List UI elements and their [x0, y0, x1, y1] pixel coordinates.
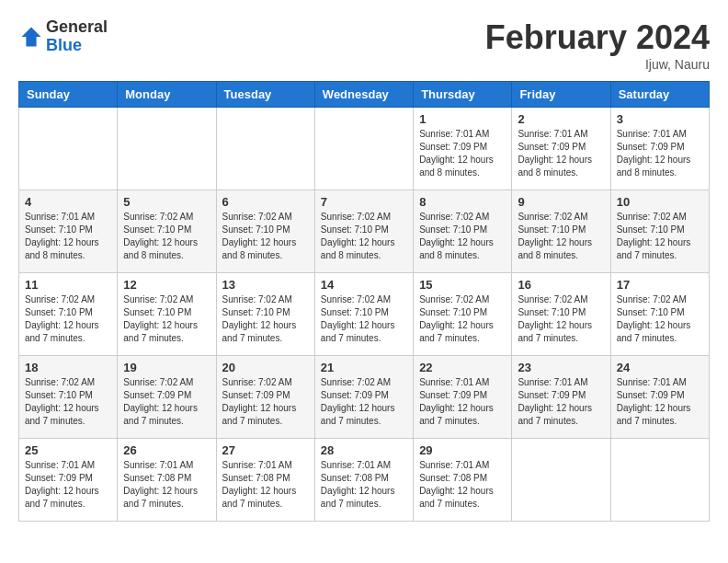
title-area: February 2024 Ijuw, Nauru: [485, 18, 710, 72]
calendar-cell: 7Sunrise: 7:02 AM Sunset: 7:10 PM Daylig…: [314, 190, 413, 273]
day-info: Sunrise: 7:02 AM Sunset: 7:10 PM Dayligh…: [617, 293, 703, 345]
calendar-cell: 23Sunrise: 7:01 AM Sunset: 7:09 PM Dayli…: [512, 356, 610, 439]
location: Ijuw, Nauru: [485, 57, 710, 72]
logo: General Blue: [18, 18, 108, 55]
day-info: Sunrise: 7:01 AM Sunset: 7:09 PM Dayligh…: [25, 459, 111, 511]
day-info: Sunrise: 7:02 AM Sunset: 7:10 PM Dayligh…: [222, 211, 309, 262]
day-number: 5: [123, 195, 210, 209]
day-info: Sunrise: 7:01 AM Sunset: 7:08 PM Dayligh…: [123, 459, 210, 511]
page-header: General Blue February 2024 Ijuw, Nauru: [18, 18, 710, 72]
day-info: Sunrise: 7:02 AM Sunset: 7:10 PM Dayligh…: [321, 293, 407, 345]
weekday-header-sunday: Sunday: [19, 82, 118, 108]
day-info: Sunrise: 7:02 AM Sunset: 7:09 PM Dayligh…: [123, 376, 210, 428]
day-info: Sunrise: 7:02 AM Sunset: 7:09 PM Dayligh…: [222, 376, 309, 428]
calendar-cell: 20Sunrise: 7:02 AM Sunset: 7:09 PM Dayli…: [216, 356, 314, 439]
weekday-header-row: SundayMondayTuesdayWednesdayThursdayFrid…: [19, 82, 710, 108]
day-number: 9: [518, 195, 604, 209]
day-info: Sunrise: 7:01 AM Sunset: 7:09 PM Dayligh…: [518, 128, 604, 179]
day-info: Sunrise: 7:02 AM Sunset: 7:10 PM Dayligh…: [419, 293, 506, 345]
day-info: Sunrise: 7:02 AM Sunset: 7:09 PM Dayligh…: [321, 376, 407, 428]
day-info: Sunrise: 7:01 AM Sunset: 7:08 PM Dayligh…: [419, 459, 506, 511]
day-number: 27: [222, 443, 309, 457]
calendar-cell: 19Sunrise: 7:02 AM Sunset: 7:09 PM Dayli…: [118, 356, 216, 439]
calendar-cell: 26Sunrise: 7:01 AM Sunset: 7:08 PM Dayli…: [118, 439, 216, 522]
day-info: Sunrise: 7:02 AM Sunset: 7:10 PM Dayligh…: [222, 293, 309, 345]
calendar-cell: 22Sunrise: 7:01 AM Sunset: 7:09 PM Dayli…: [414, 356, 512, 439]
day-number: 10: [617, 195, 703, 209]
calendar-cell: [314, 108, 413, 190]
calendar-week-row: 4Sunrise: 7:01 AM Sunset: 7:10 PM Daylig…: [19, 190, 710, 273]
calendar-cell: 25Sunrise: 7:01 AM Sunset: 7:09 PM Dayli…: [19, 439, 118, 522]
calendar-week-row: 11Sunrise: 7:02 AM Sunset: 7:10 PM Dayli…: [19, 273, 710, 356]
day-info: Sunrise: 7:02 AM Sunset: 7:10 PM Dayligh…: [518, 211, 604, 262]
day-info: Sunrise: 7:01 AM Sunset: 7:08 PM Dayligh…: [222, 459, 309, 511]
calendar-table: SundayMondayTuesdayWednesdayThursdayFrid…: [18, 81, 710, 522]
calendar-cell: [610, 439, 709, 522]
day-number: 18: [25, 361, 111, 374]
calendar-cell: 3Sunrise: 7:01 AM Sunset: 7:09 PM Daylig…: [610, 108, 709, 190]
day-number: 2: [518, 112, 604, 126]
day-info: Sunrise: 7:02 AM Sunset: 7:10 PM Dayligh…: [419, 211, 506, 262]
day-number: 19: [123, 361, 210, 374]
day-info: Sunrise: 7:02 AM Sunset: 7:10 PM Dayligh…: [25, 293, 111, 345]
day-number: 12: [123, 278, 210, 292]
calendar-cell: [19, 108, 118, 190]
day-number: 7: [321, 195, 407, 209]
calendar-week-row: 18Sunrise: 7:02 AM Sunset: 7:10 PM Dayli…: [19, 356, 710, 439]
day-number: 14: [321, 278, 407, 292]
day-info: Sunrise: 7:02 AM Sunset: 7:10 PM Dayligh…: [123, 293, 210, 345]
day-number: 22: [419, 361, 506, 374]
day-number: 23: [518, 361, 604, 374]
day-number: 26: [123, 443, 210, 457]
calendar-cell: 13Sunrise: 7:02 AM Sunset: 7:10 PM Dayli…: [216, 273, 314, 356]
day-number: 16: [518, 278, 604, 292]
day-info: Sunrise: 7:01 AM Sunset: 7:09 PM Dayligh…: [617, 128, 703, 179]
day-number: 25: [25, 443, 111, 457]
calendar-cell: 15Sunrise: 7:02 AM Sunset: 7:10 PM Dayli…: [414, 273, 512, 356]
day-number: 15: [419, 278, 506, 292]
weekday-header-saturday: Saturday: [610, 82, 709, 108]
calendar-week-row: 1Sunrise: 7:01 AM Sunset: 7:09 PM Daylig…: [19, 108, 710, 190]
day-info: Sunrise: 7:02 AM Sunset: 7:10 PM Dayligh…: [321, 211, 407, 262]
day-info: Sunrise: 7:01 AM Sunset: 7:09 PM Dayligh…: [419, 376, 506, 428]
calendar-cell: [512, 439, 610, 522]
calendar-cell: [118, 108, 216, 190]
calendar-cell: 11Sunrise: 7:02 AM Sunset: 7:10 PM Dayli…: [19, 273, 118, 356]
calendar-cell: 17Sunrise: 7:02 AM Sunset: 7:10 PM Dayli…: [610, 273, 709, 356]
month-title: February 2024: [485, 18, 710, 57]
calendar-cell: 28Sunrise: 7:01 AM Sunset: 7:08 PM Dayli…: [314, 439, 413, 522]
day-number: 24: [617, 361, 703, 374]
day-number: 11: [25, 278, 111, 292]
day-number: 13: [222, 278, 309, 292]
calendar-cell: 5Sunrise: 7:02 AM Sunset: 7:10 PM Daylig…: [118, 190, 216, 273]
day-info: Sunrise: 7:01 AM Sunset: 7:08 PM Dayligh…: [321, 459, 407, 511]
svg-marker-0: [22, 27, 41, 46]
day-info: Sunrise: 7:02 AM Sunset: 7:10 PM Dayligh…: [518, 293, 604, 345]
day-info: Sunrise: 7:02 AM Sunset: 7:10 PM Dayligh…: [617, 211, 703, 262]
calendar-cell: 8Sunrise: 7:02 AM Sunset: 7:10 PM Daylig…: [414, 190, 512, 273]
day-number: 29: [419, 443, 506, 457]
calendar-cell: 6Sunrise: 7:02 AM Sunset: 7:10 PM Daylig…: [216, 190, 314, 273]
day-info: Sunrise: 7:01 AM Sunset: 7:09 PM Dayligh…: [617, 376, 703, 428]
calendar-cell: 10Sunrise: 7:02 AM Sunset: 7:10 PM Dayli…: [610, 190, 709, 273]
day-info: Sunrise: 7:02 AM Sunset: 7:10 PM Dayligh…: [123, 211, 210, 262]
weekday-header-thursday: Thursday: [414, 82, 512, 108]
calendar-week-row: 25Sunrise: 7:01 AM Sunset: 7:09 PM Dayli…: [19, 439, 710, 522]
calendar-cell: 12Sunrise: 7:02 AM Sunset: 7:10 PM Dayli…: [118, 273, 216, 356]
day-info: Sunrise: 7:01 AM Sunset: 7:09 PM Dayligh…: [419, 128, 506, 179]
calendar-cell: 2Sunrise: 7:01 AM Sunset: 7:09 PM Daylig…: [512, 108, 610, 190]
calendar-cell: 1Sunrise: 7:01 AM Sunset: 7:09 PM Daylig…: [414, 108, 512, 190]
day-number: 6: [222, 195, 309, 209]
calendar-cell: 24Sunrise: 7:01 AM Sunset: 7:09 PM Dayli…: [610, 356, 709, 439]
day-number: 21: [321, 361, 407, 374]
day-number: 1: [419, 112, 506, 126]
weekday-header-tuesday: Tuesday: [216, 82, 314, 108]
calendar-cell: 14Sunrise: 7:02 AM Sunset: 7:10 PM Dayli…: [314, 273, 413, 356]
weekday-header-friday: Friday: [512, 82, 610, 108]
day-number: 8: [419, 195, 506, 209]
day-info: Sunrise: 7:01 AM Sunset: 7:10 PM Dayligh…: [25, 211, 111, 262]
calendar-cell: 18Sunrise: 7:02 AM Sunset: 7:10 PM Dayli…: [19, 356, 118, 439]
day-info: Sunrise: 7:01 AM Sunset: 7:09 PM Dayligh…: [518, 376, 604, 428]
day-number: 20: [222, 361, 309, 374]
day-number: 4: [25, 195, 111, 209]
